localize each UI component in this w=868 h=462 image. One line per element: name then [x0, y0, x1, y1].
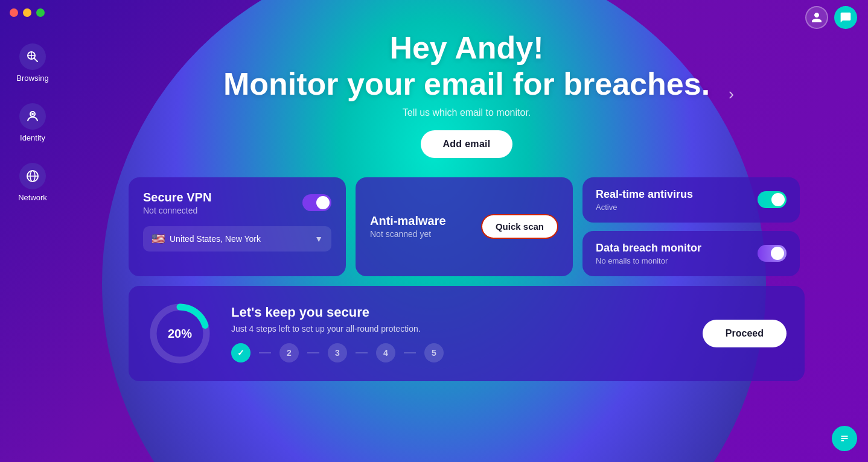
location-dropdown-icon: ▼	[314, 234, 323, 244]
antimalware-title: Anti-malware	[370, 214, 446, 228]
add-email-button[interactable]: Add email	[421, 130, 512, 158]
quick-scan-button[interactable]: Quick scan	[481, 214, 558, 239]
realtime-status: Active	[596, 203, 693, 212]
realtime-title: Real-time antivirus	[596, 188, 693, 201]
close-button[interactable]	[10, 8, 18, 17]
announcement-icon[interactable]	[832, 426, 857, 451]
vpn-toggle[interactable]	[302, 194, 331, 211]
next-chevron-icon[interactable]: ›	[729, 84, 734, 104]
network-icon	[19, 163, 46, 189]
progress-title: Let's keep you secure	[231, 305, 685, 320]
minimize-button[interactable]	[23, 8, 31, 17]
user-profile-icon[interactable]	[805, 6, 828, 29]
page-heading: Hey Andy! Monitor your email for breache…	[223, 30, 710, 103]
network-label: Network	[18, 193, 47, 202]
right-cards-column: Real-time antivirus Active Data breach m…	[582, 177, 800, 276]
vpn-title-group: Secure VPN Not connected	[143, 191, 211, 215]
location-selector[interactable]: 🇺🇸 United States, New York ▼	[143, 226, 331, 252]
flag-icon: 🇺🇸	[152, 232, 165, 245]
progress-card: 20% Let's keep you secure Just 4 steps l…	[129, 286, 805, 381]
greeting-line: Hey Andy!	[223, 30, 710, 66]
breach-card-header: Data breach monitor No emails to monitor	[596, 242, 787, 265]
breach-toggle[interactable]	[758, 245, 787, 262]
realtime-title-group: Real-time antivirus Active	[596, 188, 693, 212]
vpn-title: Secure VPN	[143, 191, 211, 204]
sidebar: Browsing Identity Network	[0, 0, 65, 462]
step-3: 3	[328, 343, 347, 362]
vpn-status: Not connected	[143, 206, 211, 215]
proceed-button[interactable]: Proceed	[703, 320, 787, 347]
top-right-actions	[805, 6, 857, 29]
step-1: ✓	[231, 343, 251, 362]
realtime-card: Real-time antivirus Active	[582, 177, 800, 223]
realtime-toggle[interactable]	[758, 191, 787, 208]
step-connector-3	[356, 352, 368, 353]
step-connector-1	[259, 352, 271, 353]
step-4: 4	[376, 343, 395, 362]
breach-title: Data breach monitor	[596, 242, 701, 255]
cards-grid: Secure VPN Not connected 🇺🇸 United State…	[129, 177, 805, 276]
donut-percentage: 20%	[168, 326, 192, 340]
svg-point-2	[31, 113, 34, 115]
browsing-label: Browsing	[16, 74, 48, 83]
antimalware-card: Anti-malware Not scanned yet Quick scan	[356, 177, 573, 276]
antimalware-status: Not scanned yet	[370, 229, 446, 239]
browsing-icon	[19, 43, 46, 70]
progress-donut: 20%	[147, 300, 213, 367]
maximize-button[interactable]	[36, 8, 45, 17]
vpn-card-header: Secure VPN Not connected	[143, 191, 331, 215]
main-content: Hey Andy! Monitor your email for breache…	[65, 0, 868, 462]
identity-icon	[19, 103, 46, 130]
progress-content: Let's keep you secure Just 4 steps left …	[231, 305, 685, 362]
step-2: 2	[279, 343, 299, 362]
header-section: Hey Andy! Monitor your email for breache…	[223, 30, 710, 158]
identity-label: Identity	[20, 133, 45, 142]
sidebar-item-browsing[interactable]: Browsing	[5, 36, 60, 90]
progress-subtitle: Just 4 steps left to set up your all-rou…	[231, 324, 685, 334]
description-text: Tell us which email to monitor.	[223, 107, 710, 118]
realtime-card-header: Real-time antivirus Active	[596, 188, 787, 212]
steps-row: ✓ 2 3 4 5	[231, 343, 685, 362]
subheading-line: Monitor your email for breaches.	[223, 66, 710, 103]
breach-title-group: Data breach monitor No emails to monitor	[596, 242, 701, 265]
antimalware-title-group: Anti-malware Not scanned yet	[370, 214, 446, 239]
sidebar-item-network[interactable]: Network	[5, 156, 60, 209]
breach-status: No emails to monitor	[596, 256, 701, 265]
location-text: United States, New York	[170, 234, 310, 244]
window-controls	[10, 8, 45, 17]
step-connector-2	[307, 352, 319, 353]
breach-card: Data breach monitor No emails to monitor	[582, 231, 800, 276]
step-connector-4	[404, 352, 416, 353]
antimalware-header: Anti-malware Not scanned yet Quick scan	[370, 214, 558, 239]
sidebar-item-identity[interactable]: Identity	[5, 96, 60, 150]
step-5: 5	[424, 343, 444, 362]
chat-icon[interactable]	[834, 6, 857, 29]
vpn-card: Secure VPN Not connected 🇺🇸 United State…	[129, 177, 346, 276]
